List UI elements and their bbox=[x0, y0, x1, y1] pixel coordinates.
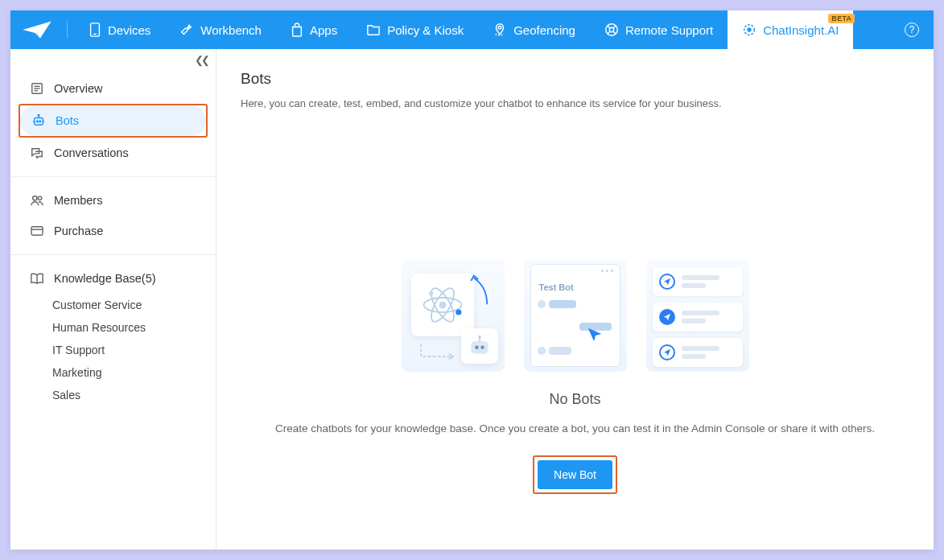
topnav-label: Policy & Kiosk bbox=[387, 23, 464, 37]
send-circle-fill-icon bbox=[659, 309, 675, 325]
body: ❮❮ Overview Bots bbox=[10, 49, 934, 550]
sidebar-item-label: Members bbox=[54, 194, 102, 207]
new-bot-label: New Bot bbox=[554, 468, 596, 481]
card-icon bbox=[30, 224, 44, 238]
sidebar-sub-customer-service[interactable]: Customer Service bbox=[19, 294, 208, 316]
svg-point-17 bbox=[39, 121, 41, 122]
book-icon bbox=[30, 271, 44, 286]
svg-line-7 bbox=[608, 31, 611, 35]
divider bbox=[67, 21, 68, 39]
sidebar: ❮❮ Overview Bots bbox=[10, 49, 216, 550]
svg-point-35 bbox=[480, 346, 484, 349]
svg-point-19 bbox=[38, 114, 39, 116]
svg-point-32 bbox=[428, 291, 432, 295]
sidebar-sub-human-resources[interactable]: Human Resources bbox=[19, 316, 208, 339]
ai-target-icon bbox=[742, 23, 756, 37]
tablet-icon bbox=[89, 23, 101, 37]
beta-badge: BETA bbox=[828, 14, 855, 23]
sidebar-item-knowledge-base[interactable]: Knowledge Base(5) bbox=[19, 263, 208, 294]
collapse-sidebar-icon[interactable]: ❮❮ bbox=[195, 54, 208, 70]
svg-rect-15 bbox=[35, 117, 43, 125]
svg-point-31 bbox=[456, 309, 461, 315]
empty-state: Test Bot bbox=[241, 259, 909, 494]
illustration-share bbox=[646, 259, 749, 372]
bot-head-icon bbox=[468, 335, 492, 357]
sidebar-item-label: Conversations bbox=[54, 146, 129, 159]
top-nav: Devices Workbench Apps Policy & Kiosk Ge… bbox=[10, 10, 934, 49]
svg-point-37 bbox=[478, 336, 481, 339]
topnav-item-chatinsight[interactable]: ChatInsight.AI BETA bbox=[728, 10, 853, 49]
topnav-item-apps[interactable]: Apps bbox=[276, 10, 352, 49]
sidebar-sub-label: Marketing bbox=[52, 366, 101, 379]
overview-icon bbox=[30, 81, 44, 96]
sidebar-item-label: Purchase bbox=[54, 224, 103, 237]
svg-point-30 bbox=[439, 302, 446, 309]
members-icon bbox=[30, 193, 44, 208]
send-circle-icon bbox=[659, 344, 675, 360]
app-frame: Devices Workbench Apps Policy & Kiosk Ge… bbox=[10, 10, 934, 550]
svg-line-6 bbox=[613, 26, 616, 29]
highlight-box-bots: Bots bbox=[19, 104, 208, 138]
sidebar-item-bots[interactable]: Bots bbox=[20, 105, 206, 136]
lifebuoy-icon bbox=[604, 23, 619, 37]
paper-plane-logo-icon bbox=[21, 19, 53, 41]
help-icon[interactable]: ? bbox=[905, 23, 919, 37]
svg-point-34 bbox=[475, 346, 478, 349]
svg-rect-24 bbox=[31, 227, 43, 236]
divider bbox=[10, 254, 216, 255]
illustration-atom-bot bbox=[402, 259, 505, 372]
dashed-path-icon bbox=[418, 341, 458, 362]
logo[interactable] bbox=[10, 10, 64, 49]
topnav-label: Geofencing bbox=[513, 23, 575, 37]
main-content: Bots Here, you can create, test, embed, … bbox=[216, 49, 934, 550]
svg-point-23 bbox=[38, 196, 41, 200]
sidebar-item-purchase[interactable]: Purchase bbox=[19, 216, 208, 246]
folder-icon bbox=[366, 23, 381, 36]
topnav-label: ChatInsight.AI bbox=[763, 23, 839, 37]
svg-point-16 bbox=[36, 121, 38, 122]
topnav-item-policy-kiosk[interactable]: Policy & Kiosk bbox=[352, 10, 478, 49]
page-title: Bots bbox=[241, 70, 909, 88]
topnav-item-remote-support[interactable]: Remote Support bbox=[590, 10, 728, 49]
chat-icon bbox=[30, 146, 44, 160]
page-description: Here, you can create, test, embed, and c… bbox=[241, 97, 909, 109]
topnav-item-workbench[interactable]: Workbench bbox=[165, 10, 276, 49]
curve-arrow-icon bbox=[469, 274, 492, 306]
illustration-row: Test Bot bbox=[402, 259, 749, 372]
svg-rect-33 bbox=[471, 341, 488, 354]
sidebar-sub-sales[interactable]: Sales bbox=[19, 384, 208, 406]
empty-description: Create chatbots for your knowledge base.… bbox=[275, 422, 875, 434]
svg-point-22 bbox=[33, 196, 37, 200]
bot-icon bbox=[31, 113, 46, 128]
sidebar-item-label: Overview bbox=[54, 82, 102, 95]
illustration-test-bot-label: Test Bot bbox=[539, 282, 574, 292]
sidebar-sub-label: Human Resources bbox=[52, 321, 146, 334]
svg-line-5 bbox=[608, 26, 611, 29]
sidebar-item-label: Bots bbox=[56, 114, 79, 127]
sidebar-item-label: Knowledge Base(5) bbox=[54, 272, 156, 285]
sidebar-sub-label: Customer Service bbox=[52, 299, 142, 311]
topnav-item-devices[interactable]: Devices bbox=[74, 10, 165, 49]
cursor-icon bbox=[586, 326, 604, 344]
bag-icon bbox=[291, 23, 303, 37]
sidebar-sub-label: Sales bbox=[52, 389, 80, 401]
sidebar-sub-marketing[interactable]: Marketing bbox=[19, 361, 208, 384]
wrench-icon bbox=[179, 23, 194, 37]
highlight-box-new-bot: New Bot bbox=[533, 455, 617, 494]
topnav-items: Devices Workbench Apps Policy & Kiosk Ge… bbox=[74, 10, 895, 49]
topnav-label: Apps bbox=[310, 23, 337, 37]
sidebar-sub-it-support[interactable]: IT Support bbox=[19, 339, 208, 361]
empty-title: No Bots bbox=[549, 391, 600, 408]
sidebar-item-overview[interactable]: Overview bbox=[19, 73, 208, 104]
svg-point-10 bbox=[747, 27, 751, 31]
sidebar-item-conversations[interactable]: Conversations bbox=[19, 138, 208, 168]
topnav-label: Remote Support bbox=[625, 23, 713, 37]
topnav-item-geofencing[interactable]: Geofencing bbox=[478, 10, 590, 49]
new-bot-button[interactable]: New Bot bbox=[538, 460, 612, 489]
topnav-label: Workbench bbox=[200, 23, 262, 37]
topnav-label: Devices bbox=[108, 23, 150, 37]
sidebar-sub-label: IT Support bbox=[52, 344, 105, 356]
send-circle-icon bbox=[659, 274, 675, 290]
divider bbox=[10, 176, 216, 177]
sidebar-item-members[interactable]: Members bbox=[19, 185, 208, 216]
